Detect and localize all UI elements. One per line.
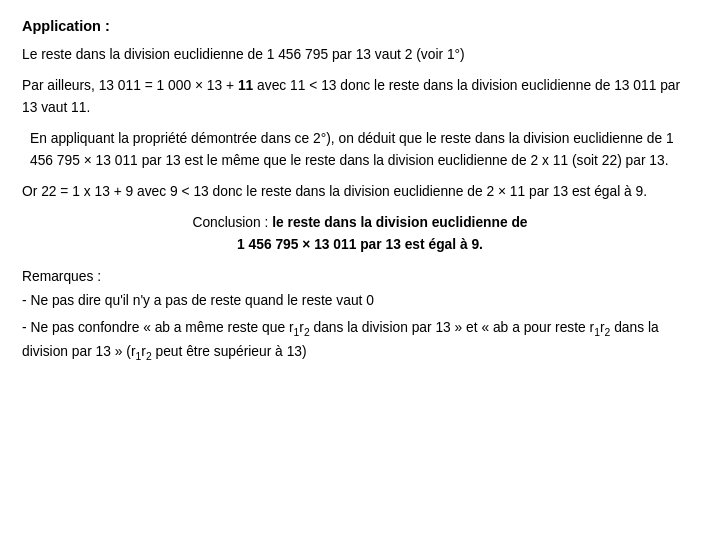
paragraph-1: Le reste dans la division euclidienne de… (22, 44, 698, 65)
remarks-title: Remarques : (22, 269, 698, 284)
p3-text: En appliquant la propriété démontrée dan… (30, 131, 674, 167)
paragraph-3: En appliquant la propriété démontrée dan… (30, 128, 698, 171)
conclusion-label: Conclusion : le reste dans la division e… (192, 215, 527, 251)
remark2-text: - Ne pas confondre « ab a même reste que… (22, 320, 659, 359)
paragraph-2: Par ailleurs, 13 011 = 1 000 × 13 + 11 a… (22, 75, 698, 118)
page-container: Application : Le reste dans la division … (0, 0, 720, 540)
section-title: Application : (22, 18, 698, 34)
p2-text: Par ailleurs, 13 011 = 1 000 × 13 + 11 a… (22, 78, 680, 114)
conclusion-block: Conclusion : le reste dans la division e… (22, 212, 698, 255)
p4-text: Or 22 = 1 x 13 + 9 avec 9 < 13 donc le r… (22, 184, 647, 199)
remark-2: - Ne pas confondre « ab a même reste que… (22, 317, 698, 365)
remark-1: - Ne pas dire qu'il n'y a pas de reste q… (22, 290, 698, 311)
paragraph-4: Or 22 = 1 x 13 + 9 avec 9 < 13 donc le r… (22, 181, 698, 202)
